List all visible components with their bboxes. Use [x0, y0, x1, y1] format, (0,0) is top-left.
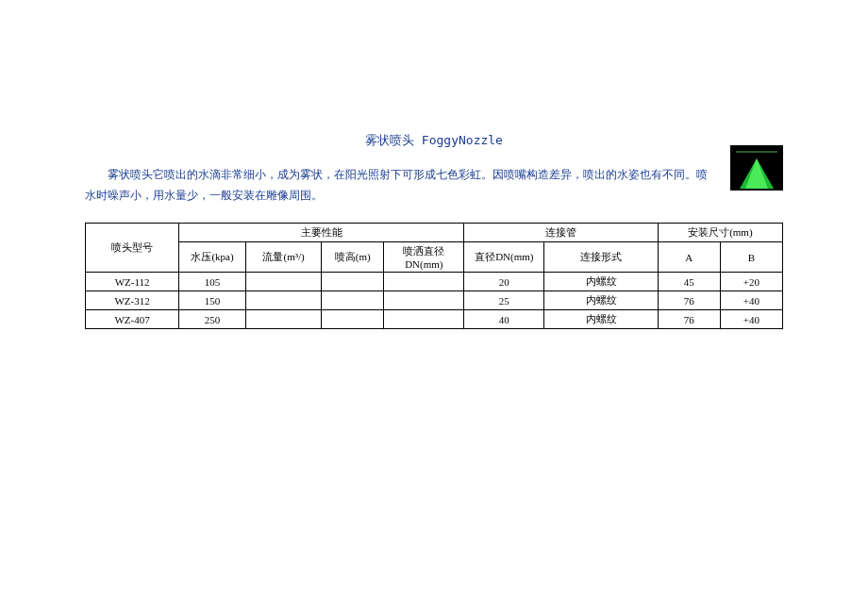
spec-table: 喷头型号 主要性能 连接管 安装尺寸(mm) 水压(kpa) 流量(m³/) 喷… [85, 223, 783, 329]
cell-dn [384, 273, 464, 291]
th-conn: 连接形式 [544, 242, 658, 273]
th-perf: 主要性能 [179, 224, 464, 242]
cell-model: WZ-407 [86, 310, 179, 329]
table-row: WZ-112 105 20 内螺纹 45 +20 [86, 273, 783, 291]
cell-dia: 25 [464, 291, 544, 310]
product-thumbnail [730, 145, 783, 191]
cell-model: WZ-112 [86, 273, 179, 291]
table-row: WZ-312 150 25 内螺纹 76 +40 [86, 291, 783, 310]
cell-kpa: 105 [179, 273, 246, 291]
table-header-row-1: 喷头型号 主要性能 连接管 安装尺寸(mm) [86, 224, 783, 242]
cell-conn: 内螺纹 [544, 291, 658, 310]
th-b: B [720, 242, 782, 273]
cell-dn [384, 310, 464, 329]
document-content: 雾状喷头 FoggyNozzle 雾状喷头它喷出的水滴非常细小，成为雾状，在阳光… [85, 132, 783, 329]
cell-flow [245, 310, 321, 329]
table-header-row-2: 水压(kpa) 流量(m³/) 喷高(m) 喷洒直径DN(mm) 直径DN(mm… [86, 242, 783, 273]
th-dn: 喷洒直径DN(mm) [384, 242, 464, 273]
cell-flow [245, 291, 321, 310]
cell-model: WZ-312 [86, 291, 179, 310]
th-dia: 直径DN(mm) [464, 242, 544, 273]
th-size: 安装尺寸(mm) [658, 224, 782, 242]
th-ph: 喷高(m) [322, 242, 384, 273]
cell-conn: 内螺纹 [544, 310, 658, 329]
svg-rect-3 [736, 151, 777, 153]
cell-flow [245, 273, 321, 291]
th-flow: 流量(m³/) [245, 242, 321, 273]
cell-dia: 40 [464, 310, 544, 329]
cell-dia: 20 [464, 273, 544, 291]
description-text: 雾状喷头它喷出的水滴非常细小，成为雾状，在阳光照射下可形成七色彩虹。因喷嘴构造差… [85, 164, 783, 206]
cell-dn [384, 291, 464, 310]
th-pipe: 连接管 [464, 224, 658, 242]
cell-ph [322, 310, 384, 329]
cell-ph [322, 273, 384, 291]
cell-a: 45 [658, 273, 720, 291]
description-block: 雾状喷头它喷出的水滴非常细小，成为雾状，在阳光照射下可形成七色彩虹。因喷嘴构造差… [85, 164, 783, 206]
th-kpa: 水压(kpa) [179, 242, 246, 273]
th-a: A [658, 242, 720, 273]
cell-a: 76 [658, 310, 720, 329]
cell-b: +40 [720, 310, 782, 329]
cell-a: 76 [658, 291, 720, 310]
th-model: 喷头型号 [86, 224, 179, 273]
cell-b: +20 [720, 273, 782, 291]
cell-kpa: 250 [179, 310, 246, 329]
cell-ph [322, 291, 384, 310]
table-row: WZ-407 250 40 内螺纹 76 +40 [86, 310, 783, 329]
page-title: 雾状喷头 FoggyNozzle [85, 132, 783, 149]
cell-conn: 内螺纹 [544, 273, 658, 291]
cell-kpa: 150 [179, 291, 246, 310]
cell-b: +40 [720, 291, 782, 310]
spray-icon [730, 145, 783, 191]
